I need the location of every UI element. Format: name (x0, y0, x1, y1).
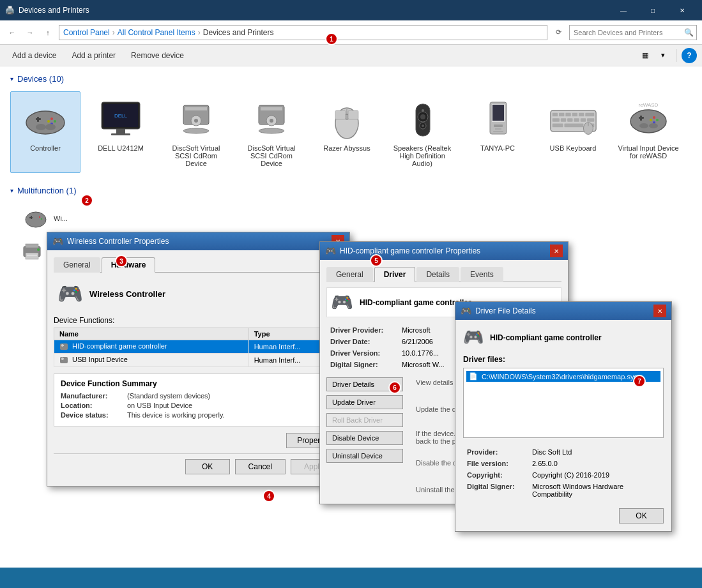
devices-section-header[interactable]: ▾ Devices (10) (10, 74, 692, 84)
dfd-close-button[interactable]: ✕ (653, 305, 666, 317)
roll-back-button[interactable]: Roll Back Driver (326, 413, 403, 427)
wcp-row-hid-name: HID-compliant game controller (54, 340, 249, 354)
svg-point-67 (649, 123, 658, 128)
device-item-dell[interactable]: DELL DELL U2412M (86, 91, 156, 173)
up-button[interactable]: ↑ (41, 26, 55, 40)
device-item-keyboard[interactable]: USB Keyboard (538, 91, 608, 173)
svg-rect-81 (62, 344, 63, 347)
dfd-ok-button[interactable]: OK (619, 508, 664, 524)
wcp-summary: Device Function Summary Manufacturer: (S… (54, 373, 343, 426)
wcp-tab-hardware[interactable]: Hardware (102, 257, 156, 273)
disc2-icon (249, 99, 294, 140)
device-item-disc1[interactable]: DiscSoft Virtual SCSI CdRom Device (161, 91, 231, 173)
wcp-function-table: Name Type HID-compliant game controller (54, 328, 343, 367)
svg-point-33 (422, 124, 424, 127)
device-label-disc1: DiscSoft Virtual SCSI CdRom Device (164, 144, 228, 167)
device-item-razer[interactable]: Razer Abyssus (312, 91, 382, 173)
window-icon: 🖨️ (5, 6, 15, 15)
minimize-button[interactable]: — (609, 0, 638, 20)
svg-point-6 (47, 120, 50, 123)
device-item-speakers[interactable]: Speakers (Realtek High Definition Audio) (387, 91, 457, 173)
refresh-button[interactable]: ⟳ (551, 26, 565, 40)
path-control-panel[interactable]: Control Panel (63, 28, 110, 37)
multi-item-1[interactable]: Wi... (20, 203, 103, 234)
svg-rect-15 (185, 107, 207, 110)
dfd-signer-label: Digital Signer: (464, 481, 528, 499)
add-printer-button[interactable]: Add a printer (65, 48, 123, 63)
device-item-tanya[interactable]: TANYA-PC (462, 91, 533, 173)
wcp-tab-general[interactable]: General (54, 257, 100, 273)
svg-point-23 (259, 128, 284, 133)
search-input[interactable] (570, 29, 682, 36)
maximize-button[interactable]: □ (638, 0, 668, 20)
mouse-icon (328, 99, 366, 140)
svg-rect-11 (116, 129, 125, 134)
remove-device-button[interactable]: Remove device (124, 48, 191, 63)
device-label-dell: DELL U2412M (98, 144, 144, 152)
dfd-dialog: 🎮 Driver File Details ✕ 🎮 HID-compliant … (455, 301, 672, 532)
hid-tab-bar: General Driver Details Events (326, 266, 561, 282)
device-item-controller[interactable]: Controller (10, 91, 80, 173)
svg-rect-38 (494, 124, 503, 127)
wcp-summary-label: Device Function Summary (61, 379, 336, 388)
device-label-razer: Razer Abyssus (323, 144, 370, 152)
multi-section-header[interactable]: ▾ Multifunction (1) (10, 186, 692, 195)
disable-device-button[interactable]: Disable Device (326, 431, 403, 445)
svg-rect-49 (560, 118, 565, 122)
dfd-signer-row: Digital Signer: Microsoft Windows Hardwa… (464, 481, 662, 499)
dfd-title: Driver File Details (475, 306, 536, 315)
hid-tab-details[interactable]: Details (416, 267, 459, 282)
wcp-cancel-button[interactable]: Cancel (235, 459, 286, 474)
dfd-device-name: HID-compliant game controller (490, 333, 602, 342)
svg-rect-45 (572, 112, 577, 116)
close-button[interactable]: ✕ (668, 0, 697, 20)
wcp-device-name: Wireless Controller (89, 289, 165, 299)
hid-date-label: Driver Date: (328, 336, 398, 347)
svg-point-3 (50, 117, 53, 120)
hid-tab-general[interactable]: General (326, 267, 373, 282)
svg-point-62 (653, 116, 655, 119)
hid-close-button[interactable]: ✕ (550, 245, 563, 257)
address-path[interactable]: Control Panel › All Control Panel Items … (59, 25, 547, 40)
dfd-titlebar: 🎮 Driver File Details ✕ (455, 302, 671, 320)
wcp-row-usb-name: USB Input Device (54, 354, 249, 367)
back-button[interactable]: ← (5, 26, 19, 40)
svg-rect-84 (62, 358, 63, 360)
hid-tab-events[interactable]: Events (461, 267, 503, 282)
svg-point-78 (37, 248, 40, 251)
hid-tab-driver[interactable]: Driver (374, 267, 416, 282)
wcp-body: General Hardware 🎮 Wireless Controller D… (47, 250, 349, 486)
device-item-virtual[interactable]: reWASD Virtual Input Device for reWASD (613, 91, 683, 173)
svg-rect-71 (31, 216, 32, 219)
titlebar: 🖨️ Devices and Printers — □ ✕ (0, 0, 702, 20)
wcp-device-header: 🎮 Wireless Controller (54, 278, 343, 310)
path-all-items[interactable]: All Control Panel Items (118, 28, 195, 37)
dfd-file-item-1[interactable]: 📄 C:\WINDOWS\System32\drivers\hidgamemap… (466, 371, 660, 382)
forward-button[interactable]: → (23, 26, 37, 40)
wcp-row-hid[interactable]: HID-compliant game controller Human Inte… (54, 340, 343, 354)
monitor-icon: DELL (98, 99, 143, 140)
device-label-disc2: DiscSoft Virtual SCSI CdRom Device (240, 144, 303, 167)
svg-rect-40 (493, 131, 503, 132)
wcp-ok-button[interactable]: OK (185, 459, 230, 474)
add-device-button[interactable]: Add a device (5, 48, 63, 63)
wcp-row-usb[interactable]: USB Input Device Human Interf... (54, 354, 343, 367)
virtual-icon: reWASD (626, 99, 671, 140)
update-driver-button[interactable]: Update Driver (326, 395, 403, 409)
driver-details-button[interactable]: Driver Details (326, 377, 403, 391)
wcp-dialog: 🎮 Wireless Controller Properties ✕ Gener… (47, 232, 350, 486)
dfd-info-table: Provider: Disc Soft Ltd File version: 2.… (463, 446, 664, 501)
uninstall-device-button[interactable]: Uninstall Device (326, 449, 403, 463)
view-mode-button[interactable]: ▦ (637, 48, 653, 63)
svg-rect-47 (585, 112, 594, 116)
search-icon[interactable]: 🔍 (682, 28, 696, 37)
svg-text:DELL: DELL (114, 113, 128, 119)
wcp-location: on USB Input Device (127, 402, 192, 409)
help-button[interactable]: ? (682, 48, 697, 63)
device-label-controller: Controller (30, 144, 61, 152)
device-item-disc2[interactable]: DiscSoft Virtual SCSI CdRom Device (236, 91, 307, 173)
speakers-icon (402, 99, 443, 140)
svg-rect-50 (567, 118, 572, 122)
view-dropdown-button[interactable]: ▾ (655, 48, 671, 63)
svg-rect-2 (37, 117, 39, 122)
